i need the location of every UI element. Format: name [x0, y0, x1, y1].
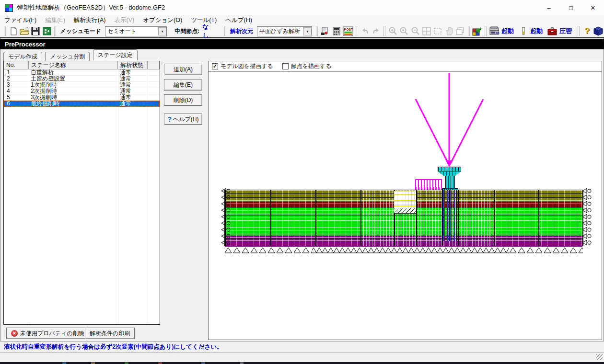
- header-stage-name[interactable]: ステージ名称: [29, 61, 118, 69]
- minimize-button[interactable]: –: [538, 0, 560, 15]
- zoom-fit-icon: [421, 26, 431, 36]
- app-icon: [5, 4, 13, 12]
- excavation-stage-line: [394, 200, 416, 201]
- model-view-panel: ✓ モデル図を描画する 節点を描画する: [208, 61, 602, 340]
- table-row[interactable]: 1 自重解析 通常: [4, 69, 160, 76]
- save-icon[interactable]: [31, 26, 41, 36]
- add-button[interactable]: 追加(A): [164, 64, 202, 75]
- delete-unused-properties-button[interactable]: ✕ 未使用プロパティの削除: [6, 328, 89, 339]
- svg-text:3D: 3D: [496, 32, 499, 34]
- menu-run-analysis[interactable]: 解析実行(A): [70, 15, 110, 25]
- redo-icon: [371, 26, 381, 36]
- table-row-selected[interactable]: 6 最終掘削時 通常: [4, 101, 160, 107]
- app-window: 弾塑性地盤解析（GeoFEAS2D）Ver.5 - dodome.GF2 – □…: [0, 0, 604, 364]
- soil-mesh: [224, 190, 583, 246]
- roller-supports-left: [221, 188, 232, 246]
- maximize-button[interactable]: □: [560, 0, 582, 15]
- pin-supports-bottom: [224, 246, 583, 254]
- help-icon[interactable]: ?: [582, 26, 592, 36]
- resize-grip[interactable]: [596, 354, 603, 360]
- help-button[interactable]: ? ヘルプ(H): [164, 114, 202, 125]
- solver-cube-icon[interactable]: [593, 26, 604, 36]
- table-row[interactable]: 3 1次掘削時 通常: [4, 82, 160, 88]
- dimension-select[interactable]: 平面ひずみ解析 ▼: [257, 26, 312, 36]
- table-row[interactable]: 5 3次掘削時 通常: [4, 94, 160, 101]
- pan-hand-icon: [444, 26, 454, 36]
- draw-nodes-label[interactable]: 節点を描画する: [291, 62, 332, 70]
- draw-model-label[interactable]: モデル図を描画する: [221, 62, 273, 70]
- toolbar-grip: [224, 26, 226, 36]
- zoom-in-icon: [399, 26, 409, 36]
- column-divider: [29, 69, 29, 324]
- toolbar-grip: [4, 26, 6, 36]
- toolbar-grip: [54, 26, 56, 36]
- table-row[interactable]: 2 土留め壁設置 通常: [4, 76, 160, 82]
- distributed-load: [415, 179, 442, 187]
- tab-mesh-division[interactable]: メッシュ分割: [45, 52, 90, 61]
- import-model-icon[interactable]: [42, 26, 52, 36]
- dropdown-arrow-icon[interactable]: ▼: [303, 27, 312, 35]
- column-divider: [118, 69, 118, 324]
- toolbar-grip: [578, 26, 580, 36]
- consolidation-toolbox-icon[interactable]: [547, 26, 558, 36]
- dropdown-arrow-icon[interactable]: ▼: [158, 27, 166, 35]
- status-bar-secondary: [0, 352, 604, 362]
- pile-line: [447, 190, 448, 241]
- mesh-major-line: [416, 190, 417, 246]
- stage-table-body: 1 自重解析 通常 2 土留め壁設置 通常 3 1次掘削時 通常 4 2次掘削時…: [4, 69, 160, 324]
- menubar: ファイル(F) 編集(E) 解析実行(A) 表示(V) オプション(O) ツール…: [0, 15, 604, 25]
- delete-button[interactable]: 削除(D): [164, 94, 202, 106]
- menu-help[interactable]: ヘルプ(H): [221, 15, 256, 25]
- toolbar-grip: [356, 26, 358, 36]
- toolbar-grip: [485, 26, 487, 36]
- column-divider: [148, 69, 148, 324]
- launch-liquefaction-label[interactable]: 起動: [530, 27, 543, 35]
- help-question-icon: ?: [167, 115, 172, 123]
- excavation-hatch: [394, 208, 416, 214]
- tab-model-create[interactable]: モデル作成: [3, 52, 42, 61]
- pile-line: [450, 190, 451, 241]
- property-grid-icon[interactable]: [472, 26, 482, 36]
- zoom-rect-icon: [433, 26, 443, 36]
- tab-stage-settings[interactable]: ステージ設定: [93, 49, 138, 60]
- new-file-icon[interactable]: [8, 26, 18, 36]
- view-options-bar: ✓ モデル図を描画する 節点を描画する: [209, 61, 602, 72]
- mesh-mode-label: メッシュモード: [60, 27, 101, 35]
- pier-column: [445, 176, 455, 189]
- edit-button[interactable]: 編集(E): [164, 79, 202, 91]
- post-processor-icon[interactable]: POST: [343, 26, 353, 36]
- roller-supports-right: [582, 188, 593, 246]
- export-data-icon[interactable]: [320, 26, 330, 36]
- undo-icon: [360, 26, 370, 36]
- toolbar-grip: [316, 26, 318, 36]
- mesh-mode-select[interactable]: セミオート ▼: [105, 26, 167, 36]
- zoom-out-icon: [410, 26, 420, 36]
- calculator-icon[interactable]: [331, 26, 341, 36]
- header-filler: [148, 61, 160, 69]
- taskbar-sliver: [0, 362, 604, 364]
- check-icon: ✓: [213, 63, 217, 69]
- table-row[interactable]: 4 2次掘削時 通常: [4, 88, 160, 94]
- menu-file[interactable]: ファイル(F): [0, 15, 41, 25]
- mesh-major-line: [494, 190, 495, 246]
- excavation-stage-line: [394, 194, 416, 195]
- mesh-generator-icon[interactable]: 3D: [489, 26, 499, 36]
- draw-nodes-checkbox[interactable]: [282, 63, 289, 69]
- launch-analysis-label[interactable]: 起動: [501, 27, 514, 35]
- svg-text:POST: POST: [344, 28, 353, 31]
- menu-edit: 編集(E): [41, 15, 70, 25]
- close-button[interactable]: ✕: [582, 0, 604, 15]
- consolidation-label[interactable]: 圧密: [559, 27, 572, 35]
- mesh-major-line: [360, 190, 361, 246]
- draw-model-checkbox[interactable]: ✓: [212, 63, 218, 69]
- pier-cap: [438, 167, 461, 171]
- open-file-icon[interactable]: [19, 26, 29, 36]
- menu-options[interactable]: オプション(O): [139, 15, 186, 25]
- test-tube-icon[interactable]: [518, 26, 528, 36]
- print-analysis-conditions-button[interactable]: 解析条件の印刷: [85, 328, 135, 339]
- header-analysis-state[interactable]: 解析状態: [118, 61, 148, 69]
- header-no[interactable]: No.: [4, 61, 29, 69]
- model-canvas[interactable]: [209, 72, 602, 340]
- toolbar: メッシュモード セミオート ▼ 中間節点: なし 解析次元 平面ひずみ解析 ▼ …: [0, 25, 604, 38]
- stage-table-header: No. ステージ名称 解析状態: [4, 61, 160, 69]
